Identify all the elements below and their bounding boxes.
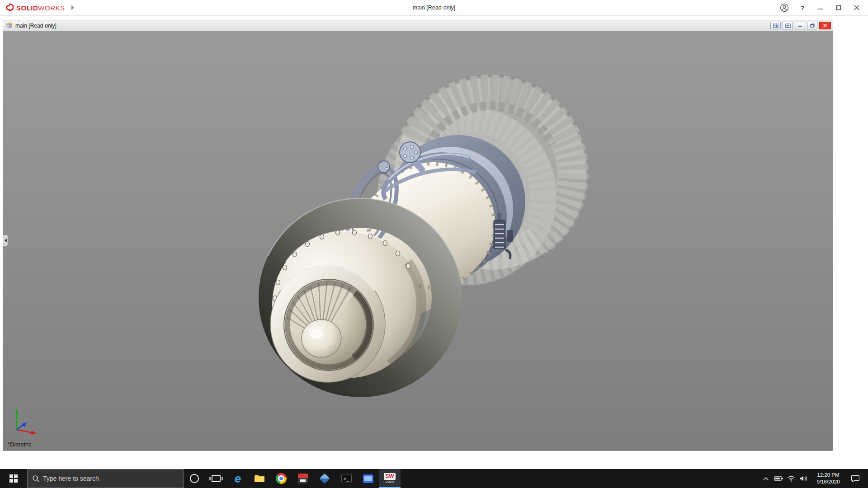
taskbar-icon-solidworks[interactable]: SW 2020	[379, 469, 401, 488]
brand-works: WORKS	[38, 4, 65, 12]
shaft-hub	[302, 319, 341, 357]
app-titlebar: SOLIDWORKS main [Read-only] ?	[0, 0, 868, 16]
taskbar-icon-taskview[interactable]	[205, 469, 227, 488]
minimize-icon	[818, 5, 823, 10]
engine-3d-model	[3, 31, 833, 450]
help-button[interactable]: ?	[796, 2, 809, 14]
close-icon	[854, 5, 859, 10]
app-restore-button[interactable]	[832, 2, 845, 14]
cortana-circle-icon	[190, 474, 199, 483]
part-cube-icon	[6, 22, 13, 29]
tray-expand-button[interactable]	[760, 469, 772, 488]
doc-minimize-button[interactable]	[795, 22, 805, 29]
taskbar-icon-edge[interactable]: e	[227, 469, 249, 488]
clock-date: 9/16/2020	[816, 479, 840, 485]
account-button[interactable]	[778, 2, 791, 14]
help-icon: ?	[800, 4, 804, 12]
taskbar-clock[interactable]: 12:20 PM 9/16/2020	[810, 472, 846, 485]
menu-expand-arrow-icon[interactable]	[71, 5, 74, 10]
taskbar-icon-cortana[interactable]	[184, 469, 205, 488]
speaker-volume-icon	[800, 475, 808, 482]
blue-cube-app-icon	[320, 474, 330, 484]
graphics-viewport[interactable]: *Dimetric	[3, 31, 833, 450]
task-view-icon	[212, 475, 221, 482]
doc-restore-button[interactable]	[807, 22, 817, 29]
doc-pane-button-1[interactable]	[770, 22, 781, 29]
triad-x-axis	[31, 431, 37, 435]
windows-taskbar: e >_ SW 2020	[0, 469, 868, 488]
minimize-icon	[798, 23, 802, 28]
screen-app-icon	[363, 474, 373, 483]
triad-y-axis	[15, 409, 19, 413]
clock-time: 12:20 PM	[817, 472, 839, 479]
doc-pane-button-2[interactable]	[783, 22, 793, 29]
document-window-controls	[770, 22, 831, 29]
taskbar-icon-terminal[interactable]: >_	[335, 469, 357, 488]
triad-z-axis	[22, 422, 27, 427]
taskbar-spacer	[401, 469, 760, 488]
screen: SOLIDWORKS main [Read-only] ?	[0, 0, 868, 488]
orientation-triad	[11, 406, 43, 436]
tray-volume-button[interactable]	[797, 469, 810, 488]
featuremanager-collapse-arrow[interactable]	[3, 235, 8, 246]
chrome-browser-icon	[276, 473, 287, 484]
taskbar-icon-app-screen[interactable]	[357, 469, 379, 488]
user-avatar-icon	[780, 3, 789, 12]
document-titlebar: main [Read-only]	[3, 20, 833, 31]
close-icon	[823, 23, 827, 28]
taskbar-search[interactable]	[27, 469, 184, 488]
notification-icon	[851, 475, 859, 482]
file-explorer-folder-icon	[254, 474, 265, 483]
windows-logo-icon	[9, 474, 18, 483]
taskbar-icon-app-blue[interactable]	[314, 469, 335, 488]
pane-arrow-icon	[785, 23, 791, 28]
restore-icon	[836, 5, 841, 10]
app-window-controls: ?	[778, 2, 863, 14]
tray-battery-button[interactable]	[772, 469, 785, 488]
start-button[interactable]	[0, 469, 27, 488]
solidworks-version-badge: 2020	[386, 480, 394, 484]
restore-icon	[810, 23, 815, 28]
wifi-network-icon	[787, 475, 795, 482]
solidworks-logo: SOLIDWORKS	[5, 3, 65, 13]
doc-close-button[interactable]	[819, 22, 831, 29]
terminal-icon: >_	[341, 474, 352, 483]
search-input[interactable]	[43, 475, 179, 482]
view-orientation-label: *Dimetric	[8, 441, 32, 448]
battery-icon	[774, 476, 783, 481]
brand-solid: SOLID	[16, 4, 38, 12]
taskbar-icon-chrome[interactable]	[270, 469, 292, 488]
document-title: main [Read-only]	[15, 23, 57, 29]
app-close-button[interactable]	[850, 2, 863, 14]
search-icon	[32, 475, 39, 482]
red-app-icon	[298, 474, 308, 483]
dassault-systemes-icon	[5, 3, 14, 13]
chevron-left-icon	[5, 239, 7, 242]
action-center-button[interactable]	[846, 469, 864, 488]
chevron-up-icon	[763, 477, 769, 480]
brand-wordmark: SOLIDWORKS	[16, 4, 65, 12]
app-minimize-button[interactable]	[814, 2, 827, 14]
solidworks-app-icon: SW	[384, 473, 395, 480]
taskbar-icon-app-red[interactable]	[292, 469, 314, 488]
pane-arrow-icon	[773, 23, 778, 28]
system-tray: 12:20 PM 9/16/2020	[760, 469, 868, 488]
app-window-title: main [Read-only]	[0, 5, 868, 11]
document-window: main [Read-only]	[3, 20, 833, 451]
edge-browser-icon: e	[235, 473, 241, 484]
tray-network-button[interactable]	[785, 469, 797, 488]
taskbar-icon-explorer[interactable]	[249, 469, 270, 488]
